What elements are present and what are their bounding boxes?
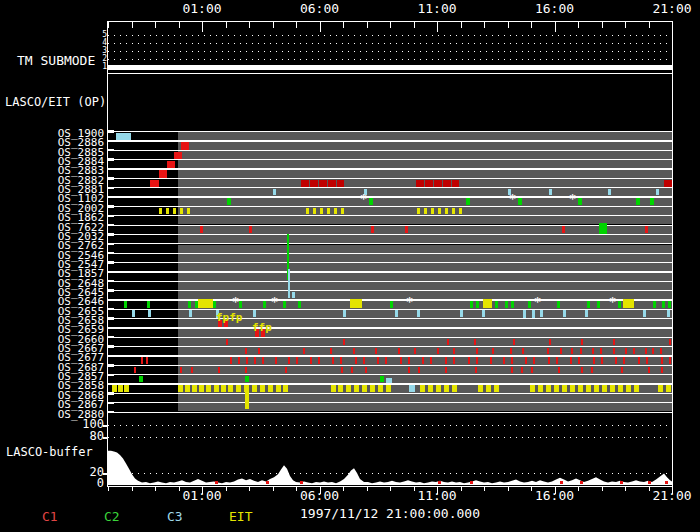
os-row-band [178,142,672,150]
buffer-ytick-label: 80 [60,431,104,443]
os-row-band [178,245,672,253]
time-label: 16:00 [528,490,582,504]
os-mark [638,357,640,364]
os-mark [218,367,220,374]
os-mark [398,348,400,355]
os-mark [320,208,323,215]
os-mark [608,189,611,196]
os-mark [554,385,559,392]
os-mark [438,208,441,215]
os-mark [428,385,433,392]
os-mark [653,301,656,308]
os-mark [558,367,560,374]
os-mark [633,348,635,355]
top-axis-tick [390,22,391,28]
os-mark [621,367,623,374]
os-star-annotation: * [360,194,370,206]
buffer-event-dot [438,481,441,484]
os-mark [618,385,623,392]
top-axis-tick [108,22,109,28]
os-mark [476,357,478,364]
bottom-axis-tick [249,487,250,491]
top-axis-tick [296,22,297,28]
os-mark [453,357,455,364]
os-row-band [178,198,672,206]
tm-submode-bar [108,65,672,70]
os-mark [466,198,470,205]
os-mark [563,310,566,317]
os-axis-tick [108,364,114,366]
buffer-event-dot [300,481,303,484]
top-axis-tick [602,22,603,28]
os-mark [285,367,287,374]
os-mark [549,189,552,196]
os-row-band [178,375,672,383]
os-axis-tick [108,411,114,413]
os-mark [656,189,659,196]
os-mark [180,208,183,215]
time-label: 01:00 [175,490,229,504]
os-mark [192,385,197,392]
os-mark [400,357,402,364]
os-mark [570,357,572,364]
os-mark [546,385,551,392]
os-mark [200,226,203,233]
os-mark [660,348,662,355]
os-mark [521,367,523,374]
os-mark [199,385,204,392]
os-mark [560,348,562,355]
os-mark [116,133,131,140]
os-mark [511,367,513,374]
os-mark [652,348,654,355]
os-mark [283,301,286,308]
top-axis-tick [649,22,650,28]
os-mark [557,301,560,308]
os-mark [395,310,398,317]
os-mark [112,385,117,392]
os-mark [511,301,514,308]
os-mark [173,208,176,215]
time-label: 21:00 [645,490,699,504]
os-mark [236,385,241,392]
os-mark [625,348,627,355]
os-row-band [178,170,672,178]
os-mark [334,208,337,215]
os-mark [626,385,631,392]
os-mark [303,348,305,355]
os-mark [430,357,432,364]
os-mark [525,357,527,364]
os-mark [258,348,260,355]
os-mark [263,301,266,308]
top-axis-tick [179,22,180,28]
os-mark [351,367,353,374]
os-axis-tick [108,345,114,347]
legend-item-eit: EIT [229,511,269,525]
bottom-axis-tick [508,487,509,491]
os-mark [437,348,439,355]
os-mark [615,357,617,364]
os-mark [549,339,551,346]
os-row-band [178,263,672,271]
os-axis-tick [108,205,114,207]
os-mark [646,357,648,364]
os-mark [414,348,416,355]
os-mark [594,385,599,392]
os-mark [370,385,375,392]
os-mark [268,385,273,392]
os-row-band [178,188,672,196]
os-mark [522,348,524,355]
os-mark [141,357,143,364]
os-mark [187,208,190,215]
os-mark [371,226,374,233]
os-axis-tick [108,327,114,329]
os-row-band [178,151,672,159]
os-mark [292,292,295,299]
top-axis-tick [343,22,344,28]
time-label: 06:00 [293,3,347,17]
os-mark [408,367,410,374]
buffer-ytick-label: 0 [60,478,104,490]
os-axis-tick [108,402,114,404]
os-mark [245,348,247,355]
buffer-event-dot [215,481,218,484]
time-label: 01:00 [175,3,229,17]
